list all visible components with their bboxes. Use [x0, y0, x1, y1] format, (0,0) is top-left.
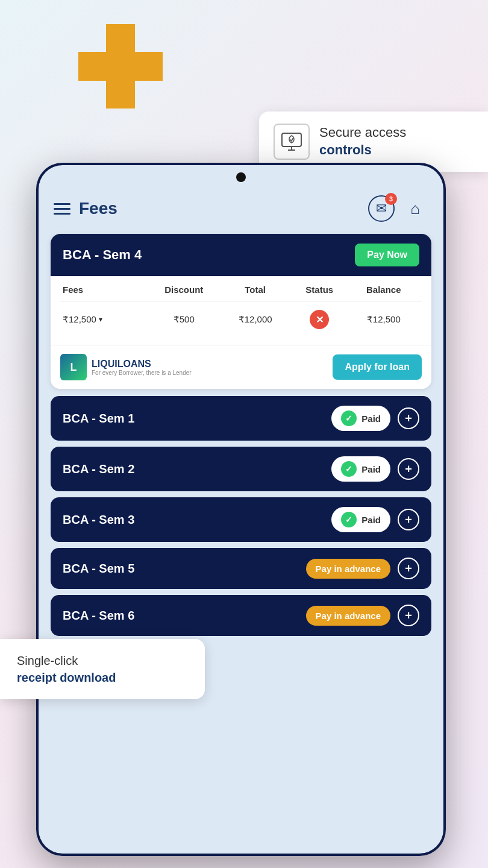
- hamburger-menu-icon[interactable]: [54, 203, 70, 215]
- sem6-expand-button[interactable]: +: [398, 605, 419, 626]
- fees-dropdown[interactable]: ₹12,500: [63, 314, 148, 325]
- sem5-expand-button[interactable]: +: [398, 558, 419, 579]
- sem2-right: ✓ Paid +: [331, 456, 419, 482]
- sem1-right: ✓ Paid +: [331, 406, 419, 431]
- liquiloans-banner: L LIQUILOANS For every Borrower, there i…: [51, 345, 431, 389]
- total-value: ₹12,000: [219, 314, 290, 325]
- home-button[interactable]: ⌂: [402, 195, 428, 222]
- sem1-status: Paid: [361, 414, 381, 424]
- sem5-right: Pay in advance +: [306, 558, 419, 579]
- sem6-title: BCA - Sem 6: [63, 609, 134, 623]
- liquiloans-logo: L LIQUILOANS For every Borrower, there i…: [60, 354, 192, 380]
- app-header: Fees ✉ 3 ⌂: [51, 195, 431, 222]
- fees-value: ₹12,500: [63, 314, 148, 325]
- header-icons: ✉ 3 ⌂: [368, 195, 428, 222]
- sem3-status: Paid: [361, 515, 381, 525]
- sem1-card[interactable]: BCA - Sem 1 ✓ Paid +: [51, 396, 431, 441]
- table-header-row: Fees Discount Total Status Balance: [60, 276, 422, 301]
- paid-check-icon: ✓: [341, 410, 357, 426]
- table-data-row: ₹12,500 ₹500 ₹12,000 ✕ ₹12,500: [60, 301, 422, 338]
- sem2-paid-check-icon: ✓: [341, 461, 357, 477]
- sem1-expand-button[interactable]: +: [398, 407, 419, 429]
- secure-access-text: Secure access controls: [319, 124, 406, 159]
- sem2-expand-button[interactable]: +: [398, 458, 419, 480]
- col-balance-header: Balance: [348, 285, 419, 295]
- sem1-title: BCA - Sem 1: [63, 412, 134, 426]
- status-value: ✕: [291, 310, 348, 329]
- page-title: Fees: [79, 199, 117, 218]
- shield-monitor-icon: [274, 124, 310, 160]
- sem2-card[interactable]: BCA - Sem 2 ✓ Paid +: [51, 447, 431, 491]
- liquiloans-logo-icon: L: [60, 354, 87, 380]
- sem2-title: BCA - Sem 2: [63, 462, 134, 476]
- sem3-title: BCA - Sem 3: [63, 513, 134, 527]
- sem6-advance-badge[interactable]: Pay in advance: [306, 606, 390, 626]
- liquiloans-tagline: For every Borrower, there is a Lender: [92, 370, 192, 376]
- phone-notch: [236, 172, 246, 182]
- header-left: Fees: [54, 199, 117, 218]
- sem4-expanded-card: BCA - Sem 4 Pay Now Fees Discount Total …: [51, 234, 431, 389]
- status-x-icon: ✕: [310, 310, 329, 329]
- col-discount-header: Discount: [148, 285, 219, 295]
- sem3-card[interactable]: BCA - Sem 3 ✓ Paid +: [51, 497, 431, 542]
- col-total-header: Total: [219, 285, 290, 295]
- sem4-title: BCA - Sem 4: [63, 247, 142, 263]
- notification-button[interactable]: ✉ 3: [368, 195, 395, 222]
- phone-screen: Fees ✉ 3 ⌂ BCA - Sem 4 Pay Now: [39, 165, 443, 854]
- sem5-advance-badge[interactable]: Pay in advance: [306, 559, 390, 579]
- decorative-plus-icon: [78, 24, 163, 108]
- sem3-right: ✓ Paid +: [331, 507, 419, 532]
- col-fees-header: Fees: [63, 285, 148, 295]
- liquiloans-name: LIQUILOANS: [92, 359, 192, 370]
- sem6-right: Pay in advance +: [306, 605, 419, 626]
- sem5-card[interactable]: BCA - Sem 5 Pay in advance +: [51, 548, 431, 589]
- balance-value: ₹12,500: [348, 314, 419, 325]
- sem3-expand-button[interactable]: +: [398, 509, 419, 530]
- sem5-title: BCA - Sem 5: [63, 562, 134, 576]
- phone-frame: Fees ✉ 3 ⌂ BCA - Sem 4 Pay Now: [36, 163, 446, 856]
- discount-value: ₹500: [148, 314, 219, 325]
- receipt-card-text: Single-click receipt download: [17, 652, 188, 686]
- sem2-status: Paid: [361, 464, 381, 474]
- sem1-paid-badge: ✓ Paid: [331, 406, 390, 431]
- home-icon: ⌂: [410, 200, 420, 218]
- sem4-card-header: BCA - Sem 4 Pay Now: [51, 234, 431, 276]
- fees-table: Fees Discount Total Status Balance ₹12,5…: [51, 276, 431, 345]
- sem2-paid-badge: ✓ Paid: [331, 456, 390, 482]
- receipt-download-card: Single-click receipt download: [0, 639, 205, 699]
- sem3-paid-check-icon: ✓: [341, 512, 357, 527]
- bell-icon: ✉: [376, 201, 387, 216]
- sem3-paid-badge: ✓ Paid: [331, 507, 390, 532]
- apply-loan-button[interactable]: Apply for loan: [333, 354, 422, 380]
- pay-now-button[interactable]: Pay Now: [355, 244, 419, 266]
- col-status-header: Status: [291, 285, 348, 295]
- notification-badge: 3: [385, 193, 397, 205]
- sem6-card[interactable]: BCA - Sem 6 Pay in advance +: [51, 595, 431, 636]
